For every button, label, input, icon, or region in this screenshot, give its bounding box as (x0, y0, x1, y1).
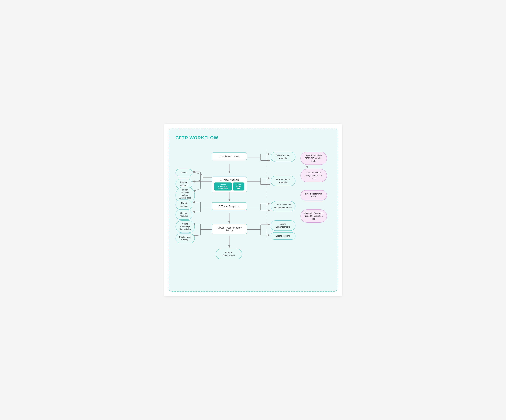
step4-box: 4. Post Threat Response Activity (212, 224, 247, 234)
svg-line-19 (192, 172, 203, 175)
step3-label: 3. Threat Response (219, 205, 240, 208)
outer-wrapper: CFTR WORKFLOW (164, 124, 342, 296)
link-indicators-manually-oval: Link Indicators Manually (271, 176, 295, 186)
create-incident-manually-oval: Create Incident Manually (271, 152, 295, 162)
create-enhancements-oval: Create Enhancements (271, 220, 295, 231)
link-indicators-ctix-oval: Link Indicators via CTIX (300, 190, 327, 200)
create-actions-manually-oval: Create Actions to Respond Manually (271, 201, 295, 211)
create-reports-oval: Create Reports (271, 232, 295, 240)
step2-label: 2. Threat Analysis (214, 178, 244, 181)
threat-briefings-oval: Threat Briefings (175, 199, 192, 210)
step3-box: 3. Threat Response (212, 202, 247, 210)
automate-response-oval: Automate Response using Orchestration To… (300, 210, 327, 223)
monitor-dashboards-oval: Monitor Dashboards (216, 249, 242, 259)
step1-box: 1. Onboard Threat (212, 152, 247, 160)
custom-modules-oval: Custom Modules (175, 210, 192, 220)
tag1: Collect Contextual Information (214, 183, 232, 191)
step2-box: 2. Threat Analysis Collect Contextual In… (212, 177, 247, 193)
ingest-events-oval: Ingest Events from SIEM, TIP, or other t… (300, 152, 327, 165)
diagram-inner: 1. Onboard Threat 2. Threat Analysis Col… (175, 145, 330, 283)
create-threat-briefings-oval: Create Threat Briefings (175, 234, 195, 243)
create-incident-orchestration-oval: Create Incident using Ochestration Tool (300, 169, 327, 182)
create-kb-articles-oval: Create Knowledge Base Articles (175, 220, 195, 233)
diagram-title: CFTR WORKFLOW (175, 135, 331, 140)
svg-line-20 (192, 180, 203, 182)
assets-oval: Assets (175, 169, 192, 176)
step1-label: 1. Onboard Threat (219, 155, 239, 158)
step4-label: 4. Post Threat Response Activity (217, 226, 242, 232)
threat-analysis-tags: Collect Contextual Information Enrich Th… (214, 183, 244, 191)
tag2: Enrich Threat Intel (233, 183, 244, 191)
diagram-container: CFTR WORKFLOW (169, 129, 337, 292)
